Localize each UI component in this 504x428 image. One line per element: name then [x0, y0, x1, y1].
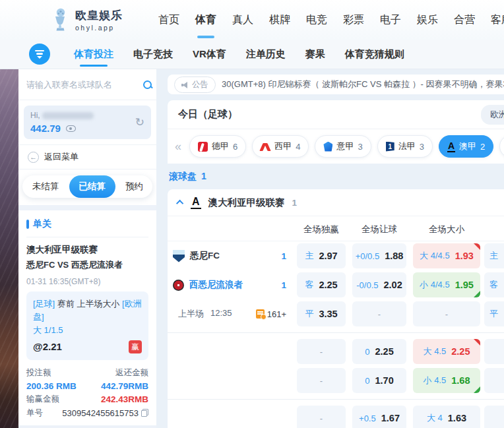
brand-logo[interactable]: 欧皇娱乐 ohyl.app — [50, 8, 123, 32]
odds-cell-handicap-away[interactable]: -0/0.5 2.02 — [352, 272, 406, 297]
chip-count: 2 — [480, 142, 485, 152]
home-market-count: 1 — [281, 251, 286, 261]
empty-odds: - — [320, 347, 323, 357]
winloss-label: 输赢金额 — [26, 394, 59, 405]
odds-row-draw: 上半场 12:35 161+ 平 3.35 - - — [168, 299, 504, 328]
tab-unsettled[interactable]: 未结算 — [22, 175, 69, 198]
chip-label: 西甲 — [274, 140, 292, 152]
odds-cell-clipped[interactable]: 平 — [484, 301, 504, 326]
tab-bet-history[interactable]: 注单历史 — [246, 40, 286, 69]
copy-icon[interactable] — [141, 409, 148, 417]
odds-label: 平 — [489, 308, 498, 320]
odds-label: 小 4.5 — [424, 375, 447, 386]
tab-settled[interactable]: 已结算 — [69, 175, 116, 198]
chip-ligue1[interactable]: 1 法甲 3 — [377, 135, 433, 158]
collapse-left-icon[interactable]: « — [173, 140, 183, 154]
stake-label: 投注额 — [26, 367, 51, 379]
chip-aleague[interactable]: A 澳甲 2 — [439, 135, 493, 158]
in-play-link[interactable]: 滚球盘 1 — [168, 164, 504, 189]
odds-cell-clipped[interactable]: 主 — [484, 243, 504, 268]
seriea-icon — [323, 142, 332, 152]
odds-cell-over[interactable]: 大 4 1.63 — [413, 406, 480, 428]
eye-icon[interactable] — [66, 125, 76, 132]
column-handicap: 全场让球 — [352, 224, 406, 235]
odds-label: 客 — [305, 279, 313, 291]
top-bar: 欧皇娱乐 ohyl.app 首页 体育 真人 棋牌 电竞 彩票 电子 娱乐 合营… — [0, 0, 504, 40]
tab-esports[interactable]: 电子竞技 — [133, 40, 173, 69]
in-play-count: 1 — [201, 171, 206, 183]
user-panel: Hi, 442.79 ↻ — [24, 106, 151, 139]
nav-sports[interactable]: 体育 — [195, 0, 216, 40]
trophy-logo-icon — [50, 8, 70, 32]
back-to-menu-label: 返回菜单 — [44, 151, 79, 163]
odds-cell-handicap[interactable]: +0.5 1.67 — [352, 406, 406, 428]
win-result-badge: 赢 — [129, 340, 142, 353]
odds-cell-under[interactable]: 小 4/4.5 1.95 — [413, 272, 480, 297]
tab-rules[interactable]: 体育竞猜规则 — [345, 40, 404, 69]
nav-support[interactable]: 客服 — [491, 0, 504, 40]
odds-cell-win-away[interactable]: 客 2.25 — [297, 272, 346, 297]
tab-vr-sports[interactable]: VR体育 — [193, 40, 226, 69]
more-markets-link[interactable]: 161+ — [256, 309, 286, 319]
odds-cell-under[interactable]: 小 4.5 1.68 — [413, 368, 480, 393]
league-filter-row: « 德甲 6 西甲 4 意甲 3 1 法甲 — [168, 129, 504, 164]
aleague-logo: A — [191, 197, 201, 209]
odds-cell-handicap[interactable]: 0 1.70 — [352, 368, 406, 393]
brand-name: 欧皇娱乐 — [75, 8, 123, 23]
chip-count: 3 — [358, 142, 362, 152]
odds-label: 大 4/4.5 — [420, 250, 450, 262]
nav-lottery[interactable]: 彩票 — [343, 0, 364, 40]
nav-esports[interactable]: 电竞 — [306, 0, 327, 40]
odds-cell-handicap-home[interactable]: +0/0.5 1.88 — [352, 243, 406, 268]
bet-amounts: 投注额 返还金额 200.36 RMB 442.79RMB 输赢金额 242.4… — [26, 367, 148, 419]
odds-value: 1.63 — [448, 413, 466, 423]
bet-time: 01-31 16:35(GMT+8) — [26, 277, 148, 286]
laliga-icon — [261, 142, 270, 152]
balance-value: 442.79 — [30, 123, 61, 134]
odds-value: 2.25 — [451, 346, 470, 357]
odds-cell-empty: - — [297, 339, 346, 364]
back-to-menu-button[interactable]: ← 返回菜单 — [18, 144, 156, 169]
odds-cell-clipped[interactable]: 客 — [484, 272, 504, 297]
odds-label: +0.5 — [359, 413, 376, 423]
search-icon[interactable] — [142, 80, 152, 90]
odds-cell-over[interactable]: 大 4/4.5 1.93 — [413, 243, 480, 268]
odds-cell-handicap[interactable]: 0 2.25 — [352, 339, 406, 364]
refresh-icon[interactable]: ↻ — [135, 117, 144, 128]
chip-laliga[interactable]: 西甲 4 — [252, 135, 309, 158]
filter-menu-icon[interactable] — [29, 44, 50, 65]
search-bar — [18, 69, 156, 100]
chip-efl-championship[interactable]: 英冠 — [499, 135, 504, 158]
league-section-header: A 澳大利亚甲级联赛 1 — [168, 189, 504, 216]
odds-cell-win-home[interactable]: 主 2.97 — [297, 243, 346, 268]
odds-label: 大 4 — [427, 412, 443, 424]
tab-results[interactable]: 赛果 — [305, 40, 325, 69]
odds-value: 1.68 — [451, 375, 470, 386]
empty-odds: - — [320, 376, 323, 386]
chip-bundesliga[interactable]: 德甲 6 — [189, 135, 246, 158]
league-section: A 澳大利亚甲级联赛 1 全场独赢 全场让球 全场大小 悉尼FC 1 主 — [168, 189, 504, 428]
odds-label: 客 — [489, 279, 498, 291]
bet-type-header: 单关 — [26, 218, 148, 237]
match-time: 12:35 — [210, 308, 232, 320]
today-panel: 今日（足球） 欧洲盘 « 德甲 6 西甲 4 意甲 3 — [168, 100, 504, 164]
tab-reserved[interactable]: 预约 — [115, 175, 152, 198]
odds-cell-win-draw[interactable]: 平 3.35 — [297, 301, 346, 326]
nav-slots[interactable]: 电子 — [380, 0, 401, 40]
odds-value: 1.93 — [455, 251, 474, 261]
odds-cell-over[interactable]: 大 4.5 2.25 — [413, 339, 480, 364]
nav-board-games[interactable]: 棋牌 — [269, 0, 290, 40]
bundesliga-icon — [198, 142, 208, 152]
chevron-up-icon[interactable] — [176, 200, 183, 207]
odds-format-pill[interactable]: 欧洲盘 — [481, 105, 504, 125]
nav-live-casino[interactable]: 真人 — [232, 0, 253, 40]
bet-detail-box: [足球] 赛前 上半场大小 [欧洲盘] 大 1/1.5 @2.21 赢 — [26, 291, 148, 360]
settled-note: 当前仅展示24小时内的已结算注单 — [18, 425, 156, 428]
chip-seriea[interactable]: 意甲 3 — [315, 135, 371, 158]
nav-home[interactable]: 首页 — [158, 0, 179, 40]
tab-sports-betting[interactable]: 体育投注 — [74, 40, 113, 69]
search-input[interactable] — [26, 80, 142, 90]
nav-entertainment[interactable]: 娱乐 — [417, 0, 438, 40]
nav-affiliate[interactable]: 合营 — [454, 0, 475, 40]
back-arrow-icon: ← — [28, 152, 39, 163]
